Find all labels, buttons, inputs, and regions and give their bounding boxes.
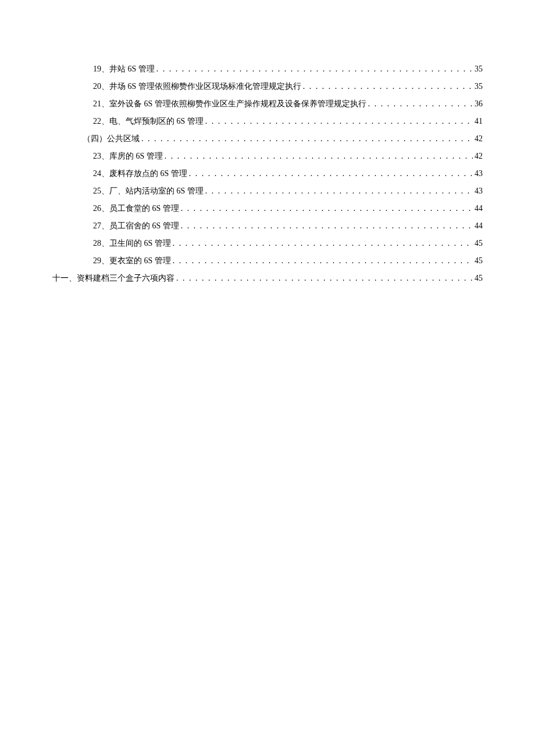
toc-entry-page: 41 (475, 117, 483, 126)
toc-entry: 22、电、气焊预制区的 6S 管理 41 (52, 116, 483, 127)
toc-leader-dots (156, 65, 473, 74)
toc-entry-title: 29、更衣室的 6S 管理 (93, 256, 171, 266)
toc-entry-title: 24、废料存放点的 6S 管理 (93, 169, 187, 179)
toc-entry: 28、卫生间的 6S 管理 45 (52, 238, 483, 249)
toc-container: 19、井站 6S 管理 3520、井场 6S 管理依照柳赞作业区现场标准化管理规… (52, 64, 483, 284)
toc-entry-page: 45 (475, 256, 483, 266)
toc-leader-dots (141, 134, 473, 144)
toc-entry-title: 28、卫生间的 6S 管理 (93, 238, 171, 249)
toc-entry: 23、库房的 6S 管理 42 (52, 151, 483, 162)
toc-leader-dots (303, 82, 473, 91)
toc-entry-page: 35 (475, 82, 483, 91)
toc-entry: 27、员工宿舍的 6S 管理 44 (52, 221, 483, 231)
toc-entry-title: 21、室外设备 6S 管理依照柳赞作业区生产操作规程及设备保养管理规定执行 (93, 99, 366, 109)
toc-entry-title: 19、井站 6S 管理 (93, 64, 155, 74)
toc-entry-page: 35 (475, 65, 483, 74)
toc-entry-page: 44 (475, 221, 483, 231)
toc-entry-page: 45 (475, 274, 483, 283)
toc-entry-title: 20、井场 6S 管理依照柳赞作业区现场标准化管理规定执行 (93, 81, 301, 92)
toc-entry-title: 26、员工食堂的 6S 管理 (93, 203, 179, 214)
toc-entry-page: 36 (475, 99, 483, 109)
toc-entry-title: （四）公共区域 (83, 134, 140, 144)
toc-entry-title: 23、库房的 6S 管理 (93, 151, 163, 162)
toc-leader-dots (205, 187, 473, 196)
toc-entry-page: 42 (475, 152, 483, 161)
toc-entry-page: 43 (475, 169, 483, 178)
toc-entry-title: 22、电、气焊预制区的 6S 管理 (93, 116, 204, 127)
toc-entry: 26、员工食堂的 6S 管理 44 (52, 203, 483, 214)
toc-leader-dots (165, 152, 473, 161)
toc-leader-dots (205, 117, 473, 126)
toc-leader-dots (173, 256, 473, 266)
toc-leader-dots (368, 99, 473, 109)
toc-entry: 21、室外设备 6S 管理依照柳赞作业区生产操作规程及设备保养管理规定执行 36 (52, 99, 483, 109)
toc-entry: 29、更衣室的 6S 管理 45 (52, 256, 483, 266)
toc-leader-dots (181, 204, 473, 213)
toc-entry-page: 45 (475, 239, 483, 248)
toc-entry: 25、厂、站内活动室的 6S 管理 43 (52, 186, 483, 196)
toc-leader-dots (181, 221, 473, 231)
toc-leader-dots (173, 239, 473, 248)
toc-entry-page: 44 (475, 204, 483, 213)
toc-entry-page: 43 (475, 187, 483, 196)
toc-entry: 20、井场 6S 管理依照柳赞作业区现场标准化管理规定执行 35 (52, 81, 483, 92)
toc-leader-dots (176, 274, 473, 283)
toc-entry-title: 十一、资料建档三个盒子六项内容 (52, 273, 174, 284)
toc-entry: （四）公共区域 42 (52, 134, 483, 144)
toc-entry: 19、井站 6S 管理 35 (52, 64, 483, 74)
toc-entry-title: 25、厂、站内活动室的 6S 管理 (93, 186, 204, 196)
toc-entry: 24、废料存放点的 6S 管理 43 (52, 169, 483, 179)
toc-entry-title: 27、员工宿舍的 6S 管理 (93, 221, 179, 231)
toc-entry: 十一、资料建档三个盒子六项内容 45 (52, 273, 483, 284)
toc-entry-page: 42 (475, 134, 483, 144)
toc-leader-dots (189, 169, 473, 178)
